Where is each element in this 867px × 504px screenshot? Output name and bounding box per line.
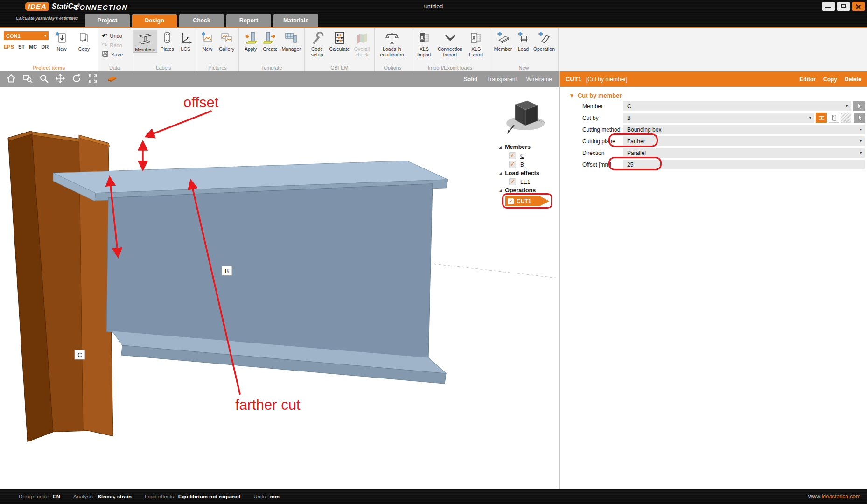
checkbox-member-b[interactable]: ✓	[509, 161, 516, 168]
zoom-fit-button[interactable]	[88, 73, 98, 85]
ribbon-group-project-items: CON1 ▾ EPS ST MC DR New Copy Project ite…	[0, 28, 98, 71]
expander-icon[interactable]: ◢	[499, 145, 502, 149]
properties-panel: CUT1 [Cut by member] Editor Copy Delete …	[560, 71, 867, 489]
render-mode-solid[interactable]: Solid	[464, 76, 477, 83]
xls-import-button[interactable]: XLS Import	[413, 30, 435, 57]
expander-icon[interactable]: ◢	[499, 171, 502, 175]
ribbon-group-options: Loads in equilibrium Options	[375, 28, 411, 71]
xls-export-button[interactable]: XLS Export	[465, 30, 487, 57]
cut-by-plate-mode-button[interactable]	[829, 113, 839, 123]
section-cut-by-member[interactable]: ▼ Cut by member	[570, 91, 867, 99]
new-member-icon	[496, 31, 510, 46]
wrench-icon	[310, 31, 324, 46]
mode-mc[interactable]: MC	[29, 44, 37, 49]
property-row-member: Member C ▾	[582, 101, 867, 111]
picture-gallery-button[interactable]: Gallery	[217, 30, 237, 52]
loads-in-equilibrium-button[interactable]: Loads in equilibrium	[377, 30, 407, 57]
offset-pointer-arrow	[146, 111, 211, 136]
calculate-button[interactable]: Calculate	[328, 30, 351, 52]
close-button[interactable]	[852, 2, 865, 11]
redo-button[interactable]: ↷ Redo	[100, 41, 124, 49]
overall-check-icon	[355, 31, 369, 46]
template-create-button[interactable]: Create	[260, 30, 280, 52]
editor-action[interactable]: Editor	[799, 76, 816, 83]
navigation-cube[interactable]	[504, 96, 556, 136]
collapse-triangle-icon[interactable]: ▼	[570, 93, 573, 98]
tree-item-cut1[interactable]: ✓ CUT1	[505, 196, 549, 206]
chevron-down-icon: ▾	[860, 139, 862, 143]
tab-materials[interactable]: Materials	[273, 14, 318, 27]
tree-item-member-b[interactable]: ✓ B	[509, 161, 556, 168]
direction-dropdown[interactable]: Parallel ▾	[623, 148, 865, 158]
mode-dr[interactable]: DR	[41, 44, 49, 49]
expander-icon[interactable]: ◢	[499, 189, 502, 193]
app-tagline: Calculate yesterday's estimates	[16, 15, 78, 21]
code-setup-button[interactable]: Code setup	[307, 30, 328, 57]
member-label-b[interactable]: B	[222, 266, 232, 275]
new-load-button[interactable]: Load	[515, 30, 532, 52]
app-logo: IDEA StatiCa®	[25, 2, 80, 11]
zoom-button[interactable]	[39, 73, 49, 85]
redo-icon: ↷	[102, 42, 108, 48]
labels-plates-button[interactable]: Plates	[157, 30, 177, 52]
connection-import-button[interactable]: Connection Import	[435, 30, 465, 57]
ribbon-group-import-export: XLS Import Connection Import XLS Export …	[411, 28, 489, 71]
render-mode-transparent[interactable]: Transparent	[487, 76, 517, 83]
website-link[interactable]: www.ideastatica.com	[808, 493, 860, 500]
undo-button[interactable]: ↶ Undo	[100, 31, 124, 40]
tree-section-operations[interactable]: ◢ Operations	[499, 187, 556, 194]
connection-selector[interactable]: CON1 ▾	[4, 31, 49, 40]
checkbox-cut1[interactable]: ✓	[508, 198, 514, 204]
checkbox-member-c[interactable]: ✓	[509, 152, 516, 159]
tab-check[interactable]: Check	[179, 14, 224, 27]
minimize-button[interactable]	[822, 2, 835, 11]
tree-section-members[interactable]: ◢ Members	[499, 144, 556, 150]
mode-st[interactable]: ST	[18, 44, 25, 49]
new-operation-button[interactable]: Operation	[532, 30, 556, 52]
checkbox-le1[interactable]: ✓	[509, 178, 516, 185]
member-label-c[interactable]: C	[75, 350, 85, 359]
tree-item-member-c[interactable]: ✓ C	[509, 152, 556, 159]
cut-by-beam-mode-button[interactable]	[816, 113, 827, 123]
tab-report[interactable]: Report	[226, 14, 271, 27]
tab-design[interactable]: Design	[132, 14, 177, 27]
beam-member-b[interactable]	[53, 161, 448, 384]
title-bar: IDEA StatiCa® CONNECTION Calculate yeste…	[0, 0, 867, 27]
3d-canvas[interactable]: B C offset farther cut	[0, 87, 559, 489]
render-mode-wireframe[interactable]: Wireframe	[526, 76, 552, 83]
tree-item-le1[interactable]: ✓ LE1	[509, 178, 556, 185]
copy-project-item-button[interactable]: Copy	[73, 30, 95, 52]
pan-button[interactable]	[55, 73, 65, 85]
template-apply-button[interactable]: Apply	[241, 30, 260, 52]
offset-input[interactable]: 25	[623, 160, 865, 169]
labels-lcs-button[interactable]: LCS	[177, 30, 194, 52]
template-manager-button[interactable]: Manager	[280, 30, 302, 52]
pick-cutting-member-button[interactable]	[854, 113, 865, 123]
copy-action[interactable]: Copy	[823, 76, 837, 83]
home-view-button[interactable]	[6, 73, 16, 85]
overall-check-button[interactable]: Overall check	[351, 30, 372, 57]
delete-action[interactable]: Delete	[845, 76, 861, 83]
undo-icon: ↶	[102, 33, 108, 39]
tree-section-load-effects[interactable]: ◢ Load effects	[499, 170, 556, 176]
rotate-view-button[interactable]	[71, 73, 82, 85]
labels-members-button[interactable]: Members	[133, 30, 157, 53]
cutting-plane-dropdown[interactable]: Farther ▾	[623, 136, 865, 146]
group-label-template: Template	[239, 65, 304, 70]
pick-member-button[interactable]	[853, 101, 865, 111]
property-row-direction: Direction Parallel ▾	[582, 148, 867, 158]
member-dropdown[interactable]: C ▾	[623, 101, 851, 111]
mode-eps[interactable]: EPS	[4, 44, 14, 49]
cutting-method-dropdown[interactable]: Bounding box ▾	[623, 125, 865, 134]
beam-members-icon	[138, 31, 152, 47]
solid-beam-icon[interactable]	[107, 73, 117, 85]
new-project-item-button[interactable]: New	[50, 30, 73, 52]
cut-by-dropdown[interactable]: B ▾	[623, 113, 814, 123]
zoom-window-button[interactable]	[22, 73, 33, 85]
picture-new-button[interactable]: New	[198, 30, 217, 52]
new-member-button[interactable]: Member	[491, 30, 515, 52]
maximize-button[interactable]	[837, 2, 850, 11]
tab-project[interactable]: Project	[85, 14, 130, 27]
cut-by-workplane-mode-button[interactable]	[841, 113, 851, 123]
save-button[interactable]: Save	[100, 50, 124, 59]
